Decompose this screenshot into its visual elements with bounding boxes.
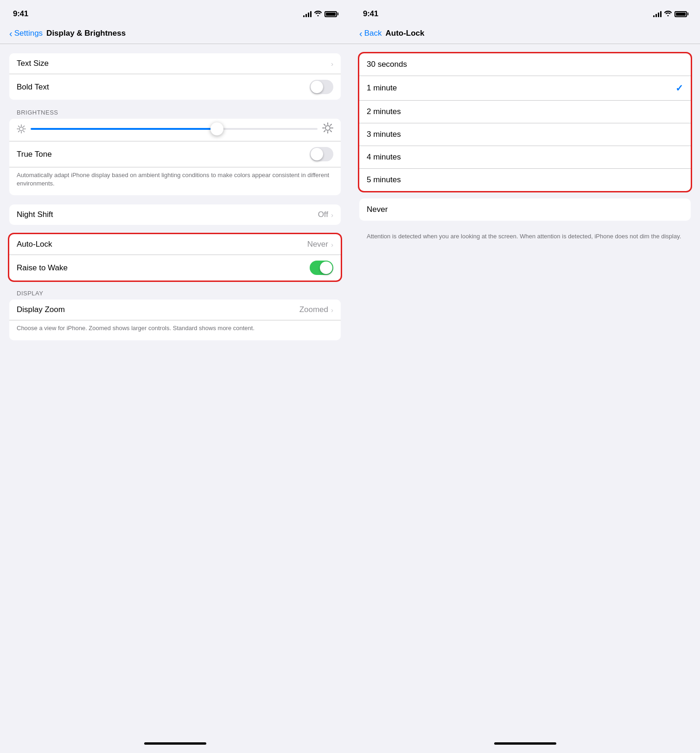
raise-to-wake-label: Raise to Wake (17, 263, 68, 273)
option-never[interactable]: Never (359, 198, 691, 221)
slider-fill (31, 128, 217, 130)
home-bar (144, 742, 206, 745)
status-bar-left: 9:41 (0, 0, 350, 25)
brightness-group: True Tone Automatically adapt iPhone dis… (9, 119, 341, 195)
slider-thumb (210, 122, 223, 135)
content-right: 30 seconds 1 minute ✓ 2 minutes 3 minute… (350, 44, 700, 737)
signal-icon (653, 11, 662, 17)
home-bar (494, 742, 556, 745)
display-zoom-value: Zoomed (299, 305, 328, 314)
night-shift-label: Night Shift (17, 210, 53, 219)
text-size-label: Text Size (17, 59, 49, 68)
status-time-left: 9:41 (13, 9, 28, 19)
back-label: Settings (14, 29, 43, 38)
signal-icon (303, 11, 312, 17)
brightness-footer: Automatically adapt iPhone display based… (9, 167, 341, 195)
right-screen: 9:41 ‹ Back Auto (350, 0, 700, 753)
true-tone-label: True Tone (17, 150, 52, 159)
raise-to-wake-toggle[interactable] (310, 261, 333, 275)
svg-line-16 (331, 124, 332, 126)
bold-text-toggle[interactable] (310, 80, 333, 94)
page-title-left: Display & Brightness (46, 29, 126, 38)
display-zoom-row[interactable]: Display Zoom Zoomed › (9, 300, 341, 320)
option-4-minutes[interactable]: 4 minutes (359, 146, 691, 169)
chevron-right-icon: › (331, 241, 333, 249)
battery-icon (325, 11, 337, 17)
never-group: Never (359, 198, 691, 221)
option-2-minutes[interactable]: 2 minutes (359, 101, 691, 123)
display-footer: Choose a view for iPhone. Zoomed shows l… (9, 320, 341, 340)
auto-lock-row[interactable]: Auto-Lock Never › (9, 234, 341, 255)
option-30-seconds-label: 30 seconds (367, 60, 407, 69)
option-1-minute-label: 1 minute (367, 83, 397, 93)
nav-bar-right: ‹ Back Auto-Lock (350, 25, 700, 44)
status-icons-right (653, 10, 687, 18)
home-indicator-right (350, 737, 700, 753)
svg-line-6 (23, 131, 24, 132)
true-tone-toggle[interactable] (310, 147, 333, 161)
bold-text-row[interactable]: Bold Text (9, 74, 341, 100)
checkmark-icon: ✓ (675, 83, 683, 94)
nav-bar-left: ‹ Settings Display & Brightness (0, 25, 350, 44)
wifi-icon (664, 10, 672, 18)
brightness-slider-container[interactable] (9, 119, 341, 141)
option-4-minutes-label: 4 minutes (367, 153, 401, 162)
svg-line-8 (19, 131, 19, 132)
back-button-right[interactable]: ‹ Back (359, 29, 382, 38)
night-shift-value: Off (318, 210, 328, 219)
chevron-right-icon: › (331, 60, 333, 68)
night-shift-group: Night Shift Off › (9, 204, 341, 225)
option-3-minutes[interactable]: 3 minutes (359, 123, 691, 146)
display-group: Display Zoom Zoomed › Choose a view for … (9, 300, 341, 340)
home-indicator-left (0, 737, 350, 753)
never-label: Never (367, 205, 388, 214)
svg-line-14 (324, 124, 325, 126)
option-5-minutes-label: 5 minutes (367, 175, 401, 185)
chevron-right-icon: › (331, 306, 333, 314)
wifi-icon (314, 10, 322, 18)
brightness-high-icon (322, 122, 333, 135)
chevron-right-icon: › (331, 211, 333, 219)
text-size-row[interactable]: Text Size › (9, 53, 341, 74)
content-left: Text Size › Bold Text BRIGHTNESS (0, 44, 350, 737)
display-zoom-label: Display Zoom (17, 305, 65, 314)
autolock-options-group: 30 seconds 1 minute ✓ 2 minutes 3 minute… (359, 53, 691, 191)
toggle-knob (311, 81, 323, 93)
night-shift-row[interactable]: Night Shift Off › (9, 204, 341, 225)
brightness-low-icon (17, 124, 26, 134)
svg-line-17 (324, 131, 325, 132)
option-30-seconds[interactable]: 30 seconds (359, 53, 691, 76)
option-1-minute[interactable]: 1 minute ✓ (359, 76, 691, 101)
page-title-right: Auto-Lock (385, 29, 424, 38)
brightness-section-header: BRIGHTNESS (9, 109, 341, 119)
left-screen: 9:41 ‹ Settings (0, 0, 350, 753)
back-chevron-icon: ‹ (9, 29, 13, 38)
attention-footer: Attention is detected when you are looki… (359, 228, 691, 249)
raise-to-wake-row[interactable]: Raise to Wake (9, 255, 341, 281)
auto-lock-value: Never (307, 240, 328, 249)
display-section-header: DISPLAY (9, 290, 341, 300)
back-chevron-icon: ‹ (359, 29, 363, 38)
svg-line-5 (19, 126, 19, 127)
auto-lock-label: Auto-Lock (17, 240, 52, 249)
status-bar-right: 9:41 (350, 0, 700, 25)
status-time-right: 9:41 (363, 9, 378, 19)
bold-text-label: Bold Text (17, 83, 49, 92)
svg-line-15 (331, 131, 332, 132)
true-tone-row[interactable]: True Tone (9, 141, 341, 167)
svg-point-0 (19, 127, 23, 131)
text-settings-group: Text Size › Bold Text (9, 53, 341, 100)
svg-line-7 (23, 126, 24, 127)
settings-back-button[interactable]: ‹ Settings (9, 29, 43, 38)
status-icons-left (303, 10, 337, 18)
brightness-slider[interactable] (31, 128, 318, 130)
svg-point-9 (325, 126, 330, 130)
battery-icon (675, 11, 687, 17)
option-2-minutes-label: 2 minutes (367, 107, 401, 116)
back-label-right: Back (364, 29, 382, 38)
option-3-minutes-label: 3 minutes (367, 130, 401, 139)
autolock-group: Auto-Lock Never › Raise to Wake (9, 234, 341, 281)
option-5-minutes[interactable]: 5 minutes (359, 169, 691, 191)
